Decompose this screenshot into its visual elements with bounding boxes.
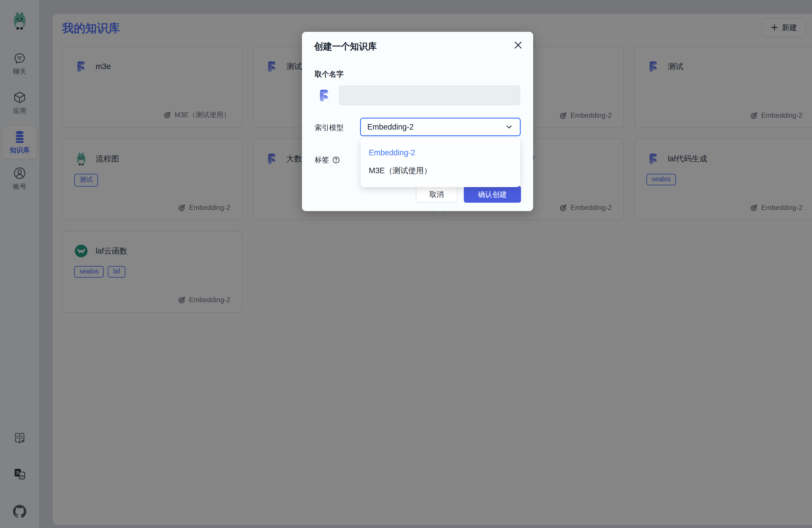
create-kb-modal: 创建一个知识库 取个名字 索引模型 Embedding-2 标签 Embeddi… bbox=[302, 32, 533, 211]
tags-field-label: 标签 bbox=[315, 155, 340, 165]
index-model-option[interactable]: M3E（测试使用） bbox=[361, 161, 520, 180]
index-model-select[interactable]: Embedding-2 bbox=[360, 118, 521, 136]
index-model-label: 索引模型 bbox=[315, 123, 344, 132]
modal-title: 创建一个知识库 bbox=[314, 41, 377, 53]
tags-label-text: 标签 bbox=[315, 155, 329, 165]
question-circle-icon bbox=[332, 156, 340, 164]
confirm-create-button[interactable]: 确认创建 bbox=[464, 186, 521, 203]
kb-name-input[interactable] bbox=[339, 86, 520, 105]
name-field-label: 取个名字 bbox=[315, 69, 344, 79]
cancel-button[interactable]: 取消 bbox=[416, 186, 458, 203]
index-model-option[interactable]: Embedding-2 bbox=[361, 144, 520, 161]
close-icon[interactable] bbox=[513, 40, 523, 50]
kb-avatar-picker[interactable] bbox=[316, 88, 332, 103]
index-model-value: Embedding-2 bbox=[367, 123, 414, 131]
index-model-dropdown: Embedding-2M3E（测试使用） bbox=[361, 139, 520, 187]
chevron-down-icon bbox=[505, 123, 513, 131]
